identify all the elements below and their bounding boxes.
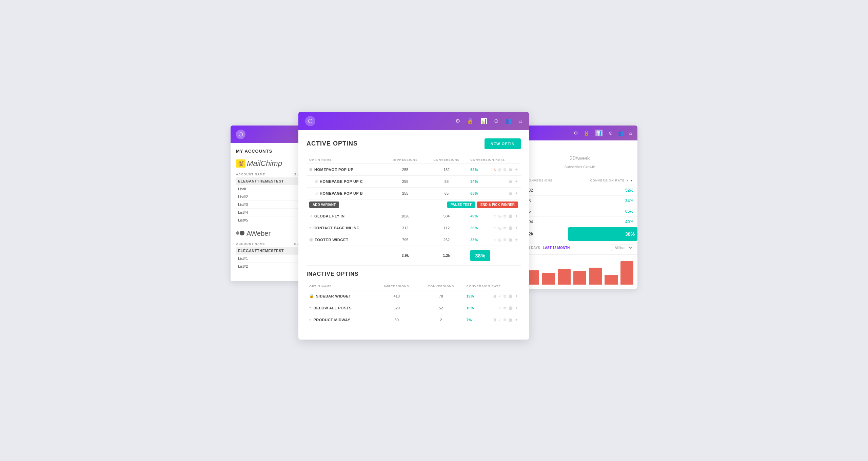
right-nav-lock-icon[interactable]: 🔒 <box>584 130 589 136</box>
trash-icon[interactable]: 🗑 <box>509 179 513 184</box>
inactive-col-optin-name: OPTIN NAME <box>307 283 375 290</box>
right-nav-users-icon[interactable]: 👥 <box>618 130 624 136</box>
growth-widget: 20/week Subscriber Growth <box>522 140 637 176</box>
nav-lock-icon[interactable]: 🔒 <box>467 118 474 124</box>
active-optins-title: ACTIVE OPTINS <box>307 140 358 147</box>
table-row: 65 65% <box>522 206 637 216</box>
nav-search-icon[interactable]: ⊙ <box>494 118 498 124</box>
new-optin-button[interactable]: NEW OPTIN <box>485 138 521 149</box>
total-conversion-rate: 38% <box>470 250 490 261</box>
main-nav-logo-icon[interactable]: ⬡ <box>305 116 315 126</box>
activate-icon[interactable]: ⊞ <box>493 318 496 322</box>
settings-icon[interactable]: ✦ <box>515 226 518 230</box>
nav-settings-icon[interactable]: ⚙ <box>455 118 460 124</box>
widget-icon: ▦ <box>309 237 313 242</box>
copy-icon[interactable]: ⧉ <box>504 214 507 218</box>
table-row: ⊿ GLOBAL FLY IN 1026 504 49% ⎋ ◎ <box>307 210 521 222</box>
right-panel-nav: ⚙ 🔒 📊 ⊙ 👥 ⌂ <box>522 126 637 140</box>
table-row: ⊞ HOMEPAGE POP UP B 255 65 65% 🗑 ✦ <box>307 187 521 199</box>
settings-icon[interactable]: ✦ <box>515 214 518 218</box>
popup-icon: ⊞ <box>309 167 312 172</box>
add-variant-button[interactable]: ADD VARIANT <box>309 201 339 208</box>
settings-icon[interactable]: ✦ <box>515 294 518 299</box>
copy-icon[interactable]: ⧉ <box>504 318 507 322</box>
main-panel-nav: ⬡ ⚙ 🔒 📊 ⊙ 👥 ⌂ <box>298 112 529 130</box>
inactive-col-conversion-rate: CONVERSION RATE <box>463 283 521 290</box>
active-optins-table: OPTIN NAME IMPRESSIONS CONVERSIONS CONVE… <box>307 156 521 266</box>
share-icon[interactable]: ⎋ <box>494 167 496 172</box>
nav-users-icon[interactable]: 👥 <box>505 118 512 124</box>
pause-test-button[interactable]: PAUSE TEST <box>447 201 475 208</box>
pause-icon[interactable]: ◎ <box>498 237 501 242</box>
pause-icon[interactable]: ◎ <box>498 167 501 172</box>
settings-icon[interactable]: ✦ <box>515 191 518 196</box>
check-icon[interactable]: ✓ <box>498 306 501 310</box>
aweber-circle-small <box>236 231 239 235</box>
active-optins-header: ACTIVE OPTINS NEW OPTIN <box>307 138 521 149</box>
trash-icon[interactable]: 🗑 <box>509 294 513 299</box>
trash-icon[interactable]: 🗑 <box>509 167 513 172</box>
share-icon[interactable]: ⎋ <box>494 226 496 230</box>
copy-icon[interactable]: ⧉ <box>504 306 507 310</box>
settings-icon[interactable]: ✦ <box>515 237 518 242</box>
share-icon[interactable]: ⎋ <box>494 237 496 242</box>
settings-icon[interactable]: ✦ <box>515 167 518 172</box>
right-nav-chart-icon[interactable]: 📊 <box>595 130 603 136</box>
all-lists-select[interactable]: All lists <box>611 245 633 251</box>
panel-logo-icon: ⬡ <box>236 130 245 139</box>
filter-12month-button[interactable]: LAST 12 MONTH <box>543 246 570 250</box>
check-icon[interactable]: ✓ <box>498 294 501 299</box>
chart-bar-7 <box>620 261 633 284</box>
table-row: 504 49% <box>522 216 637 227</box>
right-panel: ⚙ 🔒 📊 ⊙ 👥 ⌂ 20/week Subscriber Growth CO… <box>522 126 637 289</box>
end-pick-winner-button[interactable]: END & PICK WINNER <box>477 201 518 208</box>
screen-container: ⬡ MY ACCOUNTS 🐒 MailChimp ACCOUNT NAME S… <box>231 112 637 349</box>
lock-icon: 🔒 <box>309 294 314 298</box>
nav-chart-icon[interactable]: 📊 <box>480 118 487 124</box>
nav-home-icon[interactable]: ⌂ <box>519 118 522 124</box>
pause-icon[interactable]: ◎ <box>498 214 501 218</box>
right-total-rate: 38% <box>568 227 637 241</box>
right-nav-settings-icon[interactable]: ⚙ <box>574 130 578 136</box>
trash-icon[interactable]: 🗑 <box>509 191 513 196</box>
right-nav-search-icon[interactable]: ⊙ <box>609 130 613 136</box>
activate-icon[interactable]: ⊞ <box>493 294 496 299</box>
bar-chart <box>522 255 637 289</box>
trash-icon[interactable]: 🗑 <box>509 214 513 218</box>
inline-icon: ≡ <box>309 226 311 230</box>
mailchimp-account-name-header: ACCOUNT NAME <box>236 171 280 177</box>
copy-icon[interactable]: ⧉ <box>504 226 507 230</box>
optin-name-cell: ≡ PRODUCT MIDWAY <box>307 314 375 326</box>
inactive-optins-table: OPTIN NAME IMPRESSIONS CONVERSIONS CONVE… <box>307 283 521 326</box>
chart-bar-4 <box>573 271 586 285</box>
total-impressions: 2.9k <box>385 246 426 265</box>
settings-icon[interactable]: ✦ <box>515 179 518 184</box>
settings-icon[interactable]: ✦ <box>515 306 518 310</box>
copy-icon[interactable]: ⧉ <box>504 237 507 242</box>
table-row: 🔒 SIDEBAR WIDGET 410 78 19% ⊞ <box>307 290 521 302</box>
table-row: 132 52% <box>522 185 637 195</box>
check-icon[interactable]: ✓ <box>498 318 501 322</box>
aweber-circle-large <box>240 231 244 235</box>
filter-row: 30 DAYS LAST 12 MONTH All lists <box>522 241 637 255</box>
inline-icon: ≡ <box>309 318 311 322</box>
flyin-icon: ⊿ <box>309 214 312 218</box>
settings-icon[interactable]: ✦ <box>515 318 518 322</box>
trash-icon[interactable]: 🗑 <box>509 318 513 322</box>
total-conversions: 1.2k <box>426 246 468 265</box>
inactive-col-impressions: IMPRESSIONS <box>375 283 418 290</box>
trash-icon[interactable]: 🗑 <box>509 226 513 230</box>
right-totals-row: 1.2k 38% <box>522 227 637 241</box>
share-icon[interactable]: ⎋ <box>494 214 496 218</box>
copy-icon[interactable]: ⧉ <box>504 167 507 172</box>
trash-icon[interactable]: 🗑 <box>509 237 513 242</box>
trash-icon[interactable]: 🗑 <box>509 306 513 310</box>
pause-icon[interactable]: ◎ <box>498 226 501 230</box>
copy-icon[interactable]: ⧉ <box>504 294 507 299</box>
right-nav-home-icon[interactable]: ⌂ <box>629 130 632 136</box>
optin-name-cell: ▦ FOOTER WIDGET <box>307 234 385 246</box>
growth-number: 20/week <box>529 147 631 164</box>
optin-name-cell: ⊞ HOMEPAGE POP UP B <box>307 187 385 199</box>
right-col-conversions: CONVERSIONS <box>522 176 568 185</box>
col-impressions: IMPRESSIONS <box>385 156 426 164</box>
